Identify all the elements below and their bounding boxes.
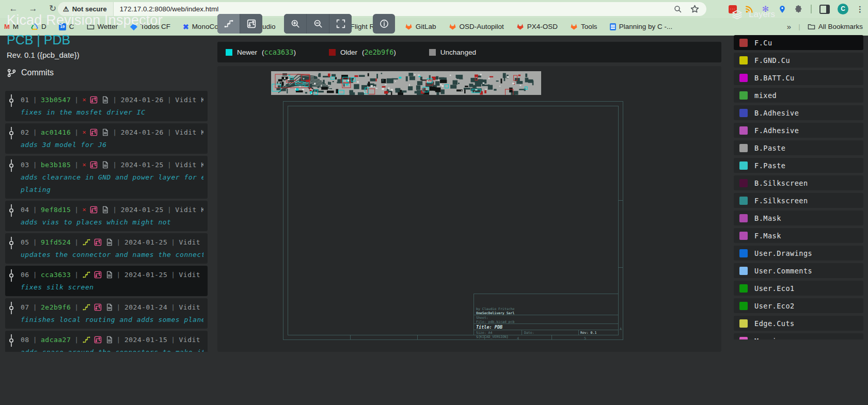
all-bookmarks-button[interactable]: All Bookmarks <box>808 23 863 30</box>
doc-icon[interactable] <box>101 95 109 104</box>
zoom-in-button[interactable] <box>284 14 306 34</box>
layer-row[interactable]: mixed <box>734 88 863 103</box>
layer-row[interactable]: F.Adhesive <box>734 123 863 138</box>
bookmark-star-icon[interactable] <box>690 5 699 13</box>
layer-color-swatch <box>739 39 748 47</box>
commit-date: 2024-01-25 <box>121 206 164 214</box>
doc-icon[interactable] <box>105 270 113 279</box>
gitlab-icon <box>449 23 456 30</box>
doc-icon[interactable] <box>101 205 109 214</box>
maps-pin-extension-icon[interactable] <box>778 5 786 13</box>
commit-hash[interactable]: 91fd524 <box>41 238 71 246</box>
pcb-icon[interactable] <box>90 95 98 104</box>
pcb-icon[interactable] <box>90 128 98 136</box>
layer-row[interactable]: B.Paste <box>734 140 863 155</box>
doc-icon[interactable] <box>101 160 109 169</box>
gitlab-icon <box>405 23 413 30</box>
layer-label: B.Silkscreen <box>754 179 808 187</box>
doc-icon[interactable] <box>105 238 113 246</box>
layer-row[interactable]: B.Adhesive <box>734 105 863 120</box>
commit-hash[interactable]: 9ef8d15 <box>41 206 71 214</box>
pcb-icon[interactable] <box>94 303 102 311</box>
layer-row[interactable]: User.Eco1 <box>734 281 863 296</box>
folder-icon <box>808 23 815 30</box>
commit-hash[interactable]: ac01416 <box>41 128 71 136</box>
zoom-page-icon[interactable] <box>674 5 682 13</box>
layer-row[interactable]: User.Drawings <box>734 246 863 261</box>
commit-hash[interactable]: be3b185 <box>41 161 71 169</box>
gitlab-icon <box>570 23 578 30</box>
commits-list[interactable]: 01|33b0547|✕|2024-01-26|Vidit Katfixes i… <box>5 91 208 352</box>
layer-row[interactable]: B.BATT.Cu <box>734 70 863 85</box>
pcb-icon[interactable] <box>94 238 102 246</box>
bookmark-item[interactable]: Planning by C -... <box>610 23 673 30</box>
commit-card[interactable]: 05|91fd524||2024-01-25|Vidit Katupdates … <box>5 233 208 264</box>
fit-view-button[interactable] <box>329 14 352 34</box>
profile-avatar[interactable]: C <box>838 4 848 14</box>
diff-icon <box>83 303 90 311</box>
layer-label: F.Cu <box>754 39 772 47</box>
layer-row[interactable]: Margin <box>734 333 863 339</box>
bookmarks-overflow-chevron[interactable]: » <box>787 22 791 31</box>
commit-hash[interactable]: 2e2b9f6 <box>41 303 71 311</box>
layer-row[interactable]: Edge.Cuts <box>734 316 863 331</box>
pcb-icon[interactable] <box>90 160 98 169</box>
nav-link-pcb[interactable]: PCB <box>7 33 33 47</box>
commit-hash[interactable]: 33b0547 <box>41 96 71 104</box>
layer-row[interactable]: F.Cu <box>734 35 863 50</box>
layer-row[interactable]: User.Comments <box>734 263 863 278</box>
diff-legend: Newer(cca3633)Older(2e2b9f6)Unchanged <box>217 42 721 62</box>
commit-hash[interactable]: adcaa27 <box>41 336 71 344</box>
commit-hash[interactable]: cca3633 <box>41 271 71 279</box>
pcb-icon[interactable] <box>94 335 102 344</box>
browser-menu-icon[interactable]: ⋮ <box>856 5 864 14</box>
commit-card[interactable]: 04|9ef8d15|✕|2024-01-25|Vidit Katadds vi… <box>5 201 208 231</box>
side-panel-icon[interactable] <box>819 5 830 14</box>
doc-icon[interactable] <box>105 303 113 311</box>
commit-card[interactable]: 07|2e2b9f6||2024-01-24|Vidit Katfinishes… <box>5 298 208 329</box>
layers-list[interactable]: F.CuF.GND.CuB.BATT.CumixedB.AdhesiveF.Ad… <box>734 35 863 339</box>
doc-icon[interactable] <box>101 128 109 136</box>
separator: | <box>74 303 78 311</box>
commit-card[interactable]: 03|be3b185|✕|2024-01-25|Vidit Katadds cl… <box>5 156 208 199</box>
commit-card[interactable]: 02|ac01416|✕|2024-01-26|Vidit Katadds 3d… <box>5 123 208 154</box>
layer-row[interactable]: B.Silkscreen <box>734 175 863 190</box>
bookmark-item[interactable]: OSD-Autopilot <box>449 23 504 30</box>
zoom-out-button[interactable] <box>306 14 329 34</box>
layer-row[interactable]: F.Mask <box>734 228 863 243</box>
pcb-button[interactable] <box>240 14 262 34</box>
layer-row[interactable]: F.Silkscreen <box>734 193 863 208</box>
layer-row[interactable]: F.GND.Cu <box>734 53 863 68</box>
commit-message: adds space around the connectors to make… <box>21 348 203 352</box>
separator: | <box>171 271 175 279</box>
layer-row[interactable]: User.Eco2 <box>734 298 863 313</box>
commit-card[interactable]: 01|33b0547|✕|2024-01-26|Vidit Katfixes i… <box>5 91 208 121</box>
commit-author: Vidit Kat <box>179 238 203 246</box>
diff-button[interactable] <box>217 14 240 34</box>
nav-link-pdb[interactable]: PDB <box>44 33 70 47</box>
layer-color-swatch <box>739 249 748 257</box>
commit-node-icon <box>9 94 14 107</box>
layer-row[interactable]: F.Paste <box>734 158 863 173</box>
pcb-icon[interactable] <box>90 205 98 214</box>
bookmark-item[interactable]: PX4-OSD <box>516 23 558 30</box>
layer-row[interactable]: B.Mask <box>734 210 863 225</box>
commit-card[interactable]: 06|cca3633||2024-01-25|Vidit Katfixes si… <box>5 266 208 296</box>
doc-icon[interactable] <box>105 335 113 344</box>
commit-author: Vidit Kat <box>175 96 203 104</box>
pcb-canvas[interactable]: by Claudio Fritsche OneSecDelivery Sarl … <box>217 66 721 352</box>
separator: | <box>167 161 171 169</box>
bookmark-item[interactable]: Tools <box>570 23 597 30</box>
separator: | <box>74 96 78 104</box>
commit-meta: 06|cca3633||2024-01-25|Vidit Kat <box>21 270 203 279</box>
url-text[interactable]: 172.17.0.2:8080/web/index.html <box>120 5 674 13</box>
extensions-puzzle-icon[interactable] <box>794 5 803 13</box>
git-branch-icon <box>7 69 16 77</box>
bookmark-item[interactable]: GitLab <box>405 23 436 30</box>
commit-card[interactable]: 08|adcaa27||2024-01-15|Vidit Katadds spa… <box>5 331 208 352</box>
separator: | <box>74 206 78 214</box>
layer-label: B.Adhesive <box>754 109 799 117</box>
info-button[interactable] <box>373 14 395 34</box>
removed-icon: ✕ <box>83 206 87 213</box>
pcb-icon[interactable] <box>94 270 102 279</box>
